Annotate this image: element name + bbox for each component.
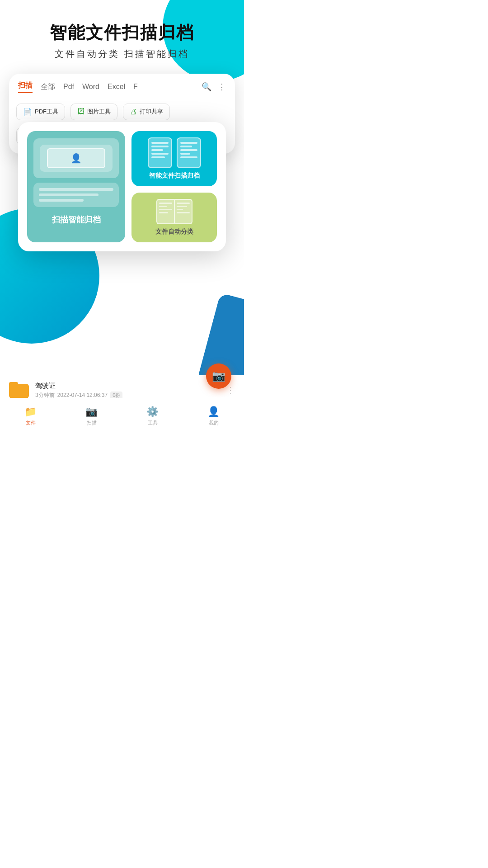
tools-nav-label: 工具 xyxy=(148,420,158,426)
files-nav-icon: 📁 xyxy=(24,406,37,418)
tab-scan[interactable]: 扫描 xyxy=(18,81,33,93)
auto-classify-label: 文件自动分类 xyxy=(155,228,193,236)
image-tool-button[interactable]: 🖼 图片工具 xyxy=(70,104,117,120)
scan-nav-label: 扫描 xyxy=(87,420,97,426)
tabs-icons: 🔍 ⋮ xyxy=(202,82,226,92)
profile-nav-label: 我的 xyxy=(209,420,219,426)
tabs-row: 扫描 全部 Pdf Word Excel F 🔍 ⋮ xyxy=(9,74,235,97)
file-info: 驾驶证 3分钟前 2022-07-14 12:06:37 0份 xyxy=(35,382,220,399)
doc-lines-area xyxy=(33,183,119,207)
tab-f[interactable]: F xyxy=(133,83,138,91)
scan-smart-archive[interactable]: 👤 扫描智能归档 xyxy=(27,131,125,242)
page-subtitle: 文件自动分类 扫描智能归档 xyxy=(18,48,226,60)
tab-all[interactable]: 全部 xyxy=(41,82,55,92)
pdf-icon: 📄 xyxy=(23,108,32,116)
camera-icon: 📷 xyxy=(212,370,225,382)
person-silhouette-icon: 👤 xyxy=(70,153,82,164)
doc-icons-row xyxy=(148,137,201,168)
nav-tools[interactable]: ⚙️ 工具 xyxy=(122,406,183,426)
image-tool-label: 图片工具 xyxy=(87,108,111,116)
doc-line-1 xyxy=(39,188,113,191)
tab-pdf[interactable]: Pdf xyxy=(63,83,74,91)
pdf-tool-label: PDF工具 xyxy=(35,108,58,116)
scan-nav-icon: 📷 xyxy=(85,406,98,418)
smart-scan-label: 智能文件扫描归档 xyxy=(149,172,200,180)
tab-excel[interactable]: Excel xyxy=(108,83,125,91)
tools-row: 📄 PDF工具 🖼 图片工具 🖨 打印共享 xyxy=(9,97,235,124)
smart-scan-box[interactable]: 智能文件扫描归档 xyxy=(131,131,217,186)
search-icon[interactable]: 🔍 xyxy=(202,82,211,92)
nav-scan[interactable]: 📷 扫描 xyxy=(61,406,122,426)
camera-fab-button[interactable]: 📷 xyxy=(206,363,231,389)
header: 智能文件扫描归档 文件自动分类 扫描智能归档 xyxy=(0,0,244,69)
more-options-icon[interactable]: ⋮ xyxy=(218,82,226,92)
right-features: 智能文件扫描归档 文件自动分类 xyxy=(131,131,217,242)
files-nav-label: 文件 xyxy=(26,420,36,426)
profile-nav-icon: 👤 xyxy=(207,406,220,418)
auto-classify-box[interactable]: 文件自动分类 xyxy=(131,193,217,242)
pdf-tool-button[interactable]: 📄 PDF工具 xyxy=(16,104,65,120)
id-card-area: 👤 xyxy=(33,138,119,178)
print-tool-label: 打印共享 xyxy=(140,108,163,116)
print-tool-button[interactable]: 🖨 打印共享 xyxy=(123,104,170,120)
popup-card: 👤 扫描智能归档 xyxy=(18,122,226,251)
doc-line-2 xyxy=(39,193,99,196)
file-name: 驾驶证 xyxy=(35,382,220,390)
scan-archive-label: 扫描智能归档 xyxy=(33,214,119,225)
nav-profile[interactable]: 👤 我的 xyxy=(183,406,244,426)
doc-line-3 xyxy=(39,199,84,202)
nav-files[interactable]: 📁 文件 xyxy=(0,406,61,426)
page-title: 智能文件扫描归档 xyxy=(18,23,226,43)
book-icon xyxy=(156,199,192,224)
bottom-nav: 📁 文件 📷 扫描 ⚙️ 工具 👤 我的 xyxy=(0,398,244,434)
folder-icon xyxy=(9,382,29,398)
print-icon: 🖨 xyxy=(130,108,137,116)
doc-icon-2 xyxy=(177,137,201,168)
tab-word[interactable]: Word xyxy=(82,83,99,91)
more-icon[interactable]: ⋮ xyxy=(226,385,235,396)
image-icon: 🖼 xyxy=(77,108,84,116)
tools-nav-icon: ⚙️ xyxy=(146,406,159,418)
id-card-icon: 👤 xyxy=(40,145,113,172)
doc-icon-1 xyxy=(148,137,172,168)
